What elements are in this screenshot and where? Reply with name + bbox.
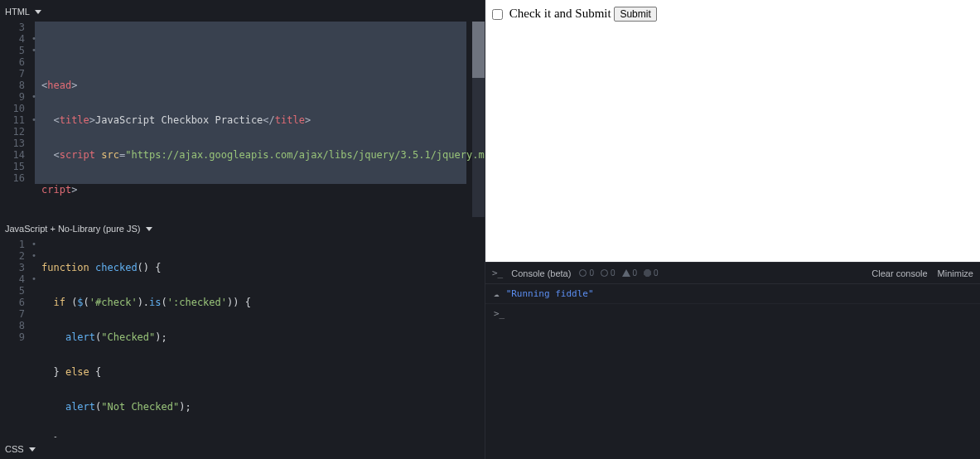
preview-checkbox[interactable]	[492, 9, 503, 20]
code-line[interactable]: <script src="https://ajax.googleapis.com…	[41, 149, 485, 161]
console-prompt: >_	[494, 308, 504, 319]
code-line[interactable]: }	[41, 436, 485, 437]
js-panel-header[interactable]: JavaScript + No-Library (pure JS)	[0, 217, 485, 239]
console-counters: 0 0 0 0	[579, 268, 658, 278]
code-line[interactable]: if ($('#check').is(':checked')) {	[41, 297, 485, 308]
code-line[interactable]: <title>JavaScript Checkbox Practice</tit…	[41, 114, 485, 126]
css-panel-header[interactable]: CSS	[0, 437, 485, 459]
console-line: ☁ "Running fiddle"	[485, 284, 980, 304]
console-running-message: "Running fiddle"	[506, 288, 594, 299]
code-line[interactable]: cript>	[0, 184, 485, 196]
warn-icon	[622, 269, 630, 277]
clear-console-button[interactable]: Clear console	[871, 268, 927, 278]
preview-checkbox-label: Check it and Submit	[509, 7, 611, 20]
preview-submit-button[interactable]: Submit	[614, 7, 656, 22]
cloud-icon: ☁	[494, 288, 500, 299]
js-editor[interactable]: 1 2 3 4 5 6 7 8 9 function checked() { i…	[0, 239, 485, 437]
error-icon	[644, 269, 651, 277]
console-output: ☁ "Running fiddle" >_	[485, 284, 980, 323]
console-icon: >_	[492, 268, 503, 278]
log-icon	[601, 269, 608, 277]
counter-warn: 0	[622, 268, 638, 278]
chevron-down-icon	[35, 10, 41, 14]
html-panel-header[interactable]: HTML	[0, 0, 485, 22]
chevron-down-icon	[29, 447, 36, 452]
html-gutter: 3 4 5 6 7 8 9 10 11 12 13 14 15 16	[0, 22, 31, 184]
output-column: Check it and Submit Submit >_ Console (b…	[485, 0, 980, 459]
code-line[interactable]: alert("Checked");	[41, 331, 485, 343]
html-panel-label: HTML	[5, 7, 30, 17]
code-line[interactable]: } else {	[41, 366, 485, 378]
minimize-console-button[interactable]: Minimize	[938, 268, 973, 278]
code-line[interactable]: function checked() {	[41, 262, 485, 273]
console-input[interactable]: >_	[485, 304, 980, 323]
code-line[interactable]: alert("Not Checked");	[41, 401, 485, 413]
console-title: Console (beta)	[511, 268, 571, 278]
chevron-down-icon	[146, 227, 152, 231]
css-panel-label: CSS	[5, 444, 24, 454]
console-panel: >_ Console (beta) 0 0 0 0 Clear console …	[485, 262, 980, 459]
info-icon	[579, 269, 587, 277]
code-line[interactable]	[41, 45, 485, 56]
js-gutter: 1 2 3 4 5 6 7 8 9	[0, 239, 31, 343]
counter-error: 0	[644, 268, 659, 278]
code-line[interactable]: <head>	[41, 80, 485, 91]
js-code-body[interactable]: function checked() { if ($('#check').is(…	[41, 239, 485, 437]
editors-column: HTML 3 4 5 6 7 8 9 10 11 12 13 14 15 16 …	[0, 0, 485, 459]
html-code-body[interactable]: <head> <title>JavaScript Checkbox Practi…	[41, 22, 485, 217]
result-preview: Check it and Submit Submit	[485, 0, 980, 262]
js-panel-label: JavaScript + No-Library (pure JS)	[5, 224, 141, 234]
counter-log: 0	[601, 268, 616, 278]
console-header: >_ Console (beta) 0 0 0 0 Clear console …	[485, 263, 980, 284]
counter-info: 0	[579, 268, 594, 278]
html-editor[interactable]: 3 4 5 6 7 8 9 10 11 12 13 14 15 16 <head…	[0, 22, 485, 217]
